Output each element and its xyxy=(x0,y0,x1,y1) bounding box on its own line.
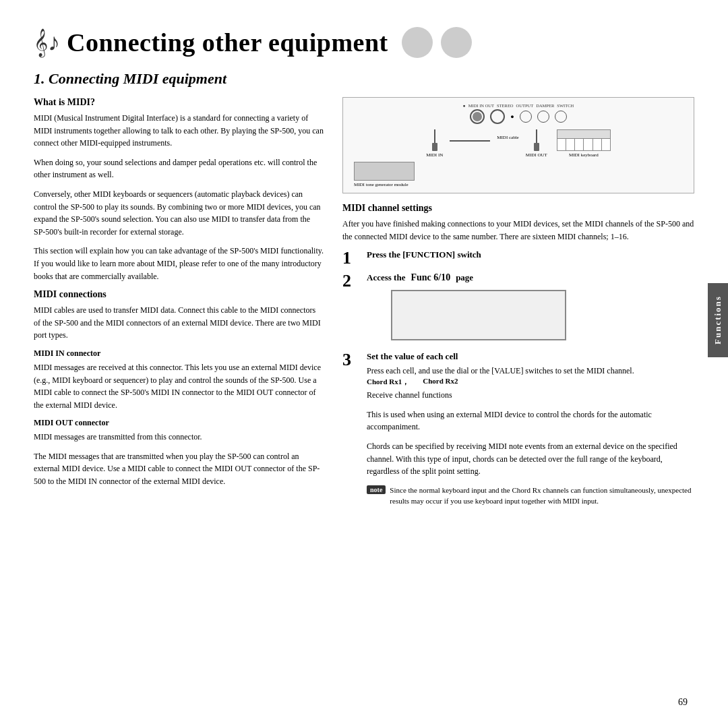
lcd-display xyxy=(391,290,566,340)
what-is-midi-heading: What is MIDI? xyxy=(34,97,324,108)
keyboard-body xyxy=(557,129,611,151)
plug-right xyxy=(534,143,539,151)
what-is-midi-p2: When doing so, your sound selections and… xyxy=(34,156,324,181)
section-title: 1. Connecting MIDI equipment xyxy=(34,70,694,88)
step-1-number: 1 xyxy=(342,249,360,267)
page-title: Connecting other equipment xyxy=(67,28,388,57)
diagram-midi-label: MIDI IN OUT xyxy=(468,103,494,108)
step-1-content: Press the [FUNCTION] switch xyxy=(367,249,694,263)
chord-description: This is used when using an external MIDI… xyxy=(367,408,694,433)
diagram-output-label: OUTPUT xyxy=(516,103,534,108)
step-2-heading-func: Func 6/10 xyxy=(411,272,450,283)
step-1-row: 1 Press the [FUNCTION] switch xyxy=(342,249,694,267)
step-2-heading-access: Access the xyxy=(367,272,405,283)
conn-icon3 xyxy=(555,111,567,123)
chord-detail: Chords can be specified by receiving MID… xyxy=(367,440,694,478)
step-1-heading: Press the [FUNCTION] switch xyxy=(367,249,694,260)
step-2-content: Access the Func 6/10 page xyxy=(367,272,694,346)
decorative-circles xyxy=(402,27,472,58)
step-3-heading: Set the value of each cell xyxy=(367,351,694,362)
note-badge: note xyxy=(367,485,386,494)
midi-diagram: ● MIDI IN OUT STEREO OUTPUT DAMPER SWITC… xyxy=(342,97,694,193)
sp500-icon xyxy=(470,109,485,124)
step-3-content: Set the value of each cell Press each ce… xyxy=(367,351,694,507)
what-is-midi-p4: This section will explain how you can ta… xyxy=(34,245,324,282)
chord-rx1-label: Chord Rx1， xyxy=(367,377,409,387)
page-number: 69 xyxy=(678,697,688,708)
step-2-number: 2 xyxy=(342,272,360,290)
midi-cable xyxy=(450,140,490,142)
cable-line-left xyxy=(434,129,435,143)
what-is-midi-p1: MIDI (Musical Instrument Digital Interfa… xyxy=(34,112,324,150)
chord-labels-row: Chord Rx1， Chord Rx2 xyxy=(367,377,694,387)
what-is-midi-p3: Conversely, other MIDI keyboards or sequ… xyxy=(34,188,324,238)
midi-out-text: The MIDI messages that are transmitted w… xyxy=(34,450,324,488)
step-3-body: Press each cell, and use the dial or the… xyxy=(367,365,694,377)
midi-channel-heading: MIDI channel settings xyxy=(342,203,694,214)
midi-in-heading: MIDI IN connector xyxy=(34,348,324,359)
step-2-heading-page: page xyxy=(456,272,473,283)
midi-cable-label: MIDI cable xyxy=(497,135,518,140)
diagram-damper-label: DAMPER xyxy=(536,103,554,108)
circle-2 xyxy=(441,27,472,58)
sp500-icon2 xyxy=(490,109,505,124)
note-box: note Since the normal keyboard input and… xyxy=(367,485,694,507)
main-columns: What is MIDI? MIDI (Musical Instrument D… xyxy=(34,97,694,512)
right-column: ● MIDI IN OUT STEREO OUTPUT DAMPER SWITC… xyxy=(342,97,694,512)
diagram-switch-label: SWITCH xyxy=(557,103,574,108)
left-column: What is MIDI? MIDI (Musical Instrument D… xyxy=(34,97,324,512)
chord-receive-label: Receive channel functions xyxy=(367,389,694,402)
tone-generator-label: MIDI tone generator module xyxy=(354,182,408,187)
step-3-number: 3 xyxy=(342,351,360,369)
midi-out-heading: MIDI OUT connector xyxy=(34,418,324,428)
diagram-top-label: ● xyxy=(463,103,466,108)
midi-channel-text: After you have finished making connectio… xyxy=(342,218,694,243)
midi-in-diagram-label: MIDI IN xyxy=(426,152,443,158)
step-3-row: 3 Set the value of each cell Press each … xyxy=(342,351,694,507)
diagram-stereo-label: STEREO xyxy=(497,103,514,108)
conn-icon2 xyxy=(537,111,549,123)
step-2-row: 2 Access the Func 6/10 page xyxy=(342,272,694,346)
conn-icon1 xyxy=(520,111,532,123)
note-text: Since the normal keyboard input and the … xyxy=(390,485,694,507)
midi-keyboard-label: MIDI keyboard xyxy=(569,152,599,158)
tone-generator xyxy=(354,162,415,181)
dot-icon: ● xyxy=(510,113,514,120)
midi-out-diagram-label: MIDI OUT xyxy=(526,152,547,158)
cable-line-right xyxy=(536,129,537,143)
midi-out-intro: MIDI messages are transmitted from this … xyxy=(34,431,324,444)
chord-rx2-label: Chord Rx2 xyxy=(423,377,458,387)
circle-1 xyxy=(402,27,433,58)
page: 𝄞♪ Connecting other equipment 1. Connect… xyxy=(0,0,728,728)
music-icon: 𝄞♪ xyxy=(34,28,60,57)
midi-connections-intro: MIDI cables are used to transfer MIDI da… xyxy=(34,304,324,342)
functions-tab: Functions xyxy=(708,283,728,357)
step-2-heading-line: Access the Func 6/10 page xyxy=(367,272,694,286)
midi-in-text: MIDI messages are received at this conne… xyxy=(34,361,324,411)
page-header: 𝄞♪ Connecting other equipment xyxy=(34,27,694,58)
plug-left xyxy=(432,143,437,151)
midi-connections-heading: MIDI connections xyxy=(34,289,324,300)
